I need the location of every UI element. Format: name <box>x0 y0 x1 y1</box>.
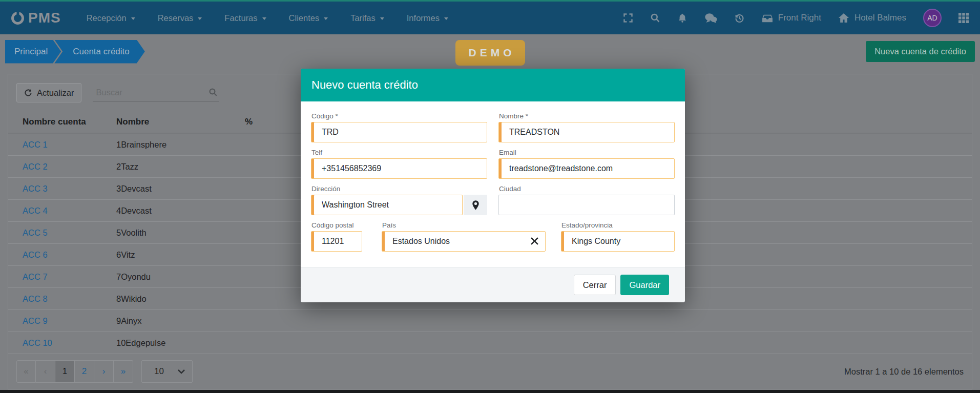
search-box <box>93 85 219 101</box>
account-link[interactable]: ACC 9 <box>8 316 102 326</box>
chat-icon[interactable] <box>704 13 717 24</box>
modal-title: Nuevo cuenta crédito <box>311 78 418 92</box>
location-pin-icon <box>472 200 479 210</box>
chevron-down-icon <box>178 369 185 374</box>
codigo-postal-input[interactable] <box>311 231 362 252</box>
direccion-input[interactable] <box>311 195 463 215</box>
account-link[interactable]: ACC 2 <box>8 162 102 172</box>
breadcrumb-principal[interactable]: Principal <box>5 40 61 64</box>
table-row: ACC 1010Edgepulse <box>8 332 972 354</box>
home-icon <box>838 13 849 23</box>
modal-body: Código * Nombre * Telf Email Dirección <box>301 101 685 262</box>
main-menu: Recepción Reservas Facturas Clientes Tar… <box>78 8 456 28</box>
account-link[interactable]: ACC 7 <box>8 272 102 282</box>
chevron-down-icon <box>444 17 448 20</box>
nombre-input[interactable] <box>498 122 675 142</box>
field-telf: Telf <box>311 149 487 179</box>
geolocate-button[interactable] <box>464 195 487 215</box>
ciudad-input[interactable] <box>498 195 675 215</box>
pagination-summary: Mostrar 1 a 10 de 16 elementos <box>844 367 964 377</box>
account-link[interactable]: ACC 1 <box>8 140 102 150</box>
close-button[interactable]: Cerrar <box>574 275 616 295</box>
breadcrumb-cuenta-credito[interactable]: Cuenta crédito <box>54 40 145 64</box>
menu-recepcion[interactable]: Recepción <box>78 8 143 28</box>
field-codigo: Código * <box>311 112 487 142</box>
field-direccion: Dirección <box>311 185 487 215</box>
page-first-button[interactable]: « <box>16 360 36 383</box>
pagination: « ‹ 1 2 › » <box>16 360 133 383</box>
footer-strip <box>0 390 980 393</box>
chevron-down-icon <box>380 17 384 20</box>
inbox-icon <box>762 13 773 23</box>
chevron-down-icon <box>324 17 328 20</box>
refresh-button[interactable]: Actualizar <box>16 83 81 102</box>
email-input[interactable] <box>498 158 675 179</box>
field-codigo-postal: Código postal <box>311 221 362 252</box>
modal-header: Nuevo cuenta crédito <box>301 69 685 101</box>
page-size-select[interactable]: 10 <box>141 360 193 383</box>
field-estado-provincia: Estado/provincia <box>561 221 675 252</box>
fullscreen-icon[interactable] <box>623 13 633 23</box>
field-ciudad: Ciudad <box>498 185 675 215</box>
logo-icon <box>11 12 24 25</box>
refresh-icon <box>24 89 32 97</box>
chevron-down-icon <box>198 17 202 20</box>
demo-badge: DEMO <box>455 40 525 66</box>
history-icon[interactable] <box>734 13 745 24</box>
field-pais: País <box>382 221 546 252</box>
save-button[interactable]: Guardar <box>620 275 669 295</box>
navbar-right: Front Right Hotel Balmes AD <box>623 9 969 27</box>
field-email: Email <box>498 149 675 179</box>
page-prev-button[interactable]: ‹ <box>36 360 55 383</box>
chevron-down-icon <box>262 17 266 20</box>
search-icon[interactable] <box>208 88 218 97</box>
breadcrumb: Principal Cuenta crédito <box>5 40 145 64</box>
field-nombre: Nombre * <box>498 112 675 142</box>
account-link[interactable]: ACC 8 <box>8 294 102 304</box>
front-office-selector[interactable]: Front Right <box>762 13 821 23</box>
menu-informes[interactable]: Informes <box>399 8 456 28</box>
account-link[interactable]: ACC 5 <box>8 228 102 238</box>
pagination-bar: « ‹ 1 2 › » 10 Mostrar 1 a 10 de 16 elem… <box>16 360 964 383</box>
codigo-input[interactable] <box>311 122 487 142</box>
top-navbar: PMS Recepción Reservas Facturas Clientes… <box>0 0 980 34</box>
menu-clientes[interactable]: Clientes <box>281 8 337 28</box>
page-next-button[interactable]: › <box>94 360 114 383</box>
col-nombre-cuenta: Nombre cuenta <box>8 117 102 127</box>
account-link[interactable]: ACC 10 <box>8 338 102 348</box>
brand-name: PMS <box>28 10 61 26</box>
account-link[interactable]: ACC 3 <box>8 184 102 194</box>
app-logo[interactable]: PMS <box>11 10 61 26</box>
page-1-button[interactable]: 1 <box>55 360 75 383</box>
pms-app: PMS Recepción Reservas Facturas Clientes… <box>0 0 980 393</box>
col-nombre: Nombre <box>102 117 231 127</box>
estado-provincia-input[interactable] <box>561 231 675 252</box>
telf-input[interactable] <box>311 158 487 179</box>
page-last-button[interactable]: » <box>114 360 133 383</box>
new-credit-account-button[interactable]: Nueva cuenta de crédito <box>866 41 975 62</box>
new-credit-account-modal: Nuevo cuenta crédito Código * Nombre * T… <box>301 69 685 302</box>
menu-facturas[interactable]: Facturas <box>216 8 274 28</box>
search-icon[interactable] <box>650 13 660 23</box>
account-link[interactable]: ACC 6 <box>8 250 102 260</box>
page-2-button[interactable]: 2 <box>75 360 94 383</box>
apps-grid-icon[interactable] <box>958 13 969 23</box>
modal-footer: Cerrar Guardar <box>301 267 685 302</box>
subheader: Principal Cuenta crédito DEMO Nueva cuen… <box>0 34 980 69</box>
account-link[interactable]: ACC 4 <box>8 206 102 216</box>
pais-input[interactable] <box>382 231 546 252</box>
clear-icon[interactable] <box>531 237 538 245</box>
avatar[interactable]: AD <box>923 9 942 27</box>
menu-reservas[interactable]: Reservas <box>150 8 211 28</box>
bell-icon[interactable] <box>677 12 687 24</box>
search-input[interactable] <box>95 87 208 98</box>
chevron-down-icon <box>131 17 135 20</box>
menu-tarifas[interactable]: Tarifas <box>342 8 392 28</box>
hotel-selector[interactable]: Hotel Balmes <box>838 13 906 23</box>
table-row: ACC 99Ainyx <box>8 310 972 332</box>
